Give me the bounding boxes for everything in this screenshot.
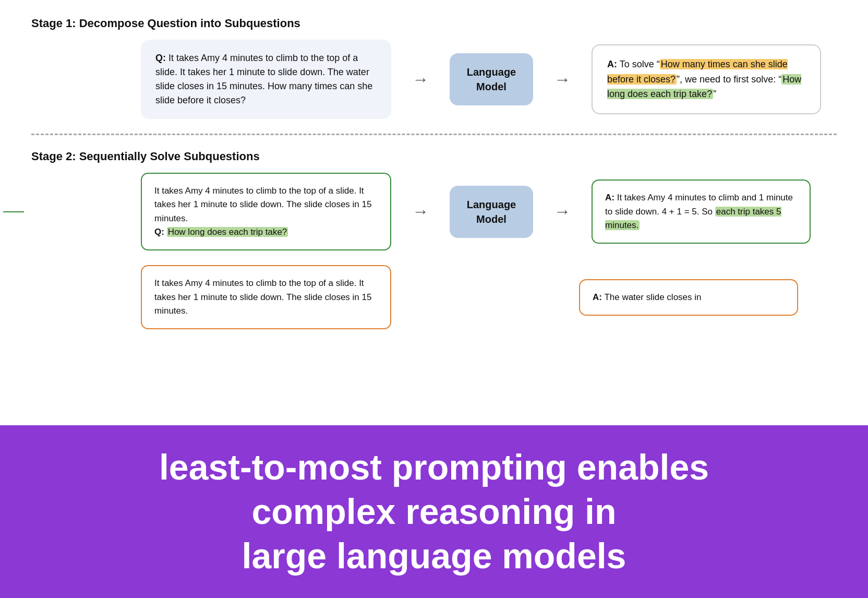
subquestion1-answer-prefix: A: — [605, 193, 614, 202]
stage2-row2: It takes Amy 4 minutes to climb to the t… — [31, 265, 837, 329]
stage1-arrow: → — [412, 70, 429, 89]
stage1-question-box: Q: It takes Amy 4 minutes to climb to th… — [141, 40, 391, 119]
subquestion2-input-box: It takes Amy 4 minutes to climb to the t… — [141, 265, 391, 329]
stage1-lm-label: LanguageModel — [467, 66, 516, 92]
stage1-area: Q: It takes Amy 4 minutes to climb to th… — [31, 40, 837, 119]
subquestion2-answer-box: A: The water slide closes in — [579, 279, 798, 316]
subquestion2-answer-text: The water slide closes in — [604, 292, 701, 302]
tag-line — [3, 211, 24, 212]
banner-text: least-to-most prompting enables complex … — [31, 445, 837, 578]
bottom-banner: least-to-most prompting enables complex … — [0, 425, 868, 598]
subquestion1-input-box: It takes Amy 4 minutes to climb to the t… — [141, 173, 391, 250]
stage2-row1-lm-label: LanguageModel — [467, 199, 516, 225]
stage2-row1-lm-box: LanguageModel — [450, 186, 533, 238]
banner-line1: least-to-most prompting enables — [159, 447, 709, 487]
subquestion2-answer-prefix: A: — [593, 292, 602, 302]
dashed-divider — [31, 134, 837, 135]
banner-line3: large language models — [242, 536, 626, 576]
subquestion1-answer-box: A: It takes Amy 4 minutes to climb and 1… — [592, 180, 811, 244]
stage1-answer-intro: A: To solve “ — [607, 59, 660, 69]
stage2-label: Stage 2: Sequentially Solve Subquestions — [31, 150, 837, 163]
stage2-rows: Subquestion 1 It takes Amy 4 minutes to … — [31, 173, 837, 329]
stage1-answer-box: A: To solve “How many times can she slid… — [592, 44, 821, 114]
subquestion1-tag: Subquestion 1 — [0, 207, 24, 217]
stage2-row1: Subquestion 1 It takes Amy 4 minutes to … — [31, 173, 837, 250]
stage2-row1-arrow2: → — [554, 202, 571, 221]
stage1-label: Stage 1: Decompose Question into Subques… — [31, 17, 837, 30]
stage1-question-text: It takes Amy 4 minutes to climb to the t… — [155, 53, 372, 105]
banner-line2: complex reasoning in — [251, 492, 616, 531]
stage1-answer-end: ” — [713, 89, 716, 99]
q-prefix: Q: — [155, 53, 166, 63]
stage2-row1-arrow: → — [412, 202, 429, 221]
subquestion1-context: It takes Amy 4 minutes to climb to the t… — [154, 186, 371, 223]
stage1-answer-mid: ”, we need to first solve: “ — [677, 74, 781, 85]
subquestion1-q-prefix: Q: — [154, 227, 164, 237]
stage1-arrow2: → — [554, 70, 571, 89]
subquestion1-question-highlight: How long does each trip take? — [167, 227, 288, 237]
main-content: Stage 1: Decompose Question into Subques… — [0, 0, 868, 329]
stage1-lm-box: LanguageModel — [450, 53, 533, 105]
subquestion2-context: It takes Amy 4 minutes to climb to the t… — [154, 278, 371, 316]
